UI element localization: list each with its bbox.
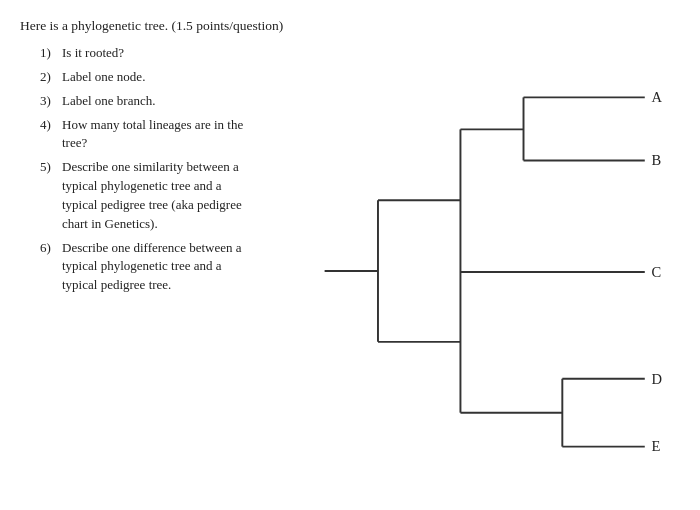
- question-5: Describe one similarity between a typica…: [40, 158, 260, 233]
- header: Here is a phylogenetic tree. (1.5 points…: [20, 18, 680, 34]
- question-4: How many total lineages are in the tree?: [40, 116, 260, 154]
- question-3: Label one branch.: [40, 92, 260, 111]
- questions-list: Is it rooted? Label one node. Label one …: [20, 44, 260, 500]
- label-B: B: [652, 152, 662, 168]
- content: Is it rooted? Label one node. Label one …: [20, 44, 680, 500]
- page: Here is a phylogenetic tree. (1.5 points…: [0, 0, 700, 510]
- phylogenetic-tree: A B C D E: [270, 44, 680, 500]
- label-C: C: [652, 264, 662, 280]
- questions-ol: Is it rooted? Label one node. Label one …: [20, 44, 260, 295]
- label-A: A: [652, 89, 663, 105]
- label-D: D: [652, 371, 663, 387]
- tree-container: A B C D E: [270, 44, 680, 500]
- question-2: Label one node.: [40, 68, 260, 87]
- label-E: E: [652, 438, 661, 454]
- header-text: Here is a phylogenetic tree. (1.5 points…: [20, 18, 283, 33]
- question-6: Describe one difference between a typica…: [40, 239, 260, 296]
- question-1: Is it rooted?: [40, 44, 260, 63]
